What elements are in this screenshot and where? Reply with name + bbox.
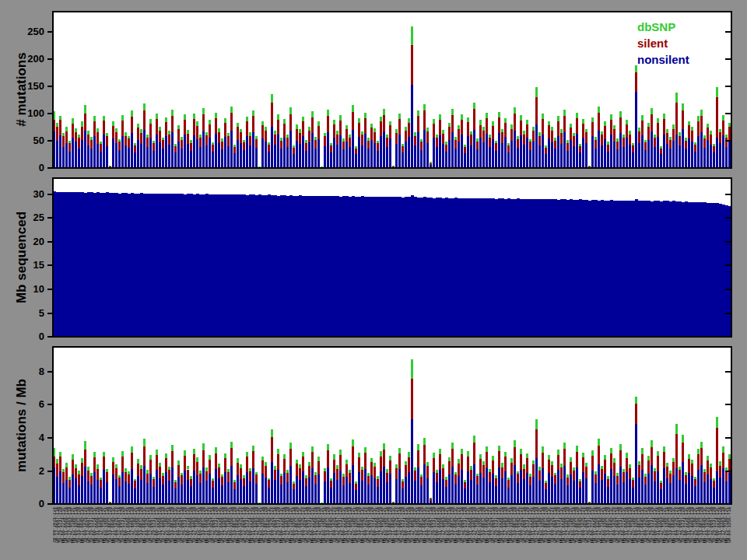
svg-text:100: 100: [27, 107, 44, 119]
mutations-per-mb-stacked-bar-panel: 02468: [53, 347, 731, 504]
y-axis-label-mb-sequenced: Mb sequenced: [13, 164, 30, 351]
svg-text:4: 4: [39, 432, 45, 443]
svg-text:6: 6: [39, 398, 44, 410]
svg-text:25: 25: [33, 212, 44, 223]
y-axis-label-mutations-per-mb: mutations / Mb: [13, 332, 30, 519]
sample-id-labels-strip: TB-04-1425-T2XGM-12-0047-T1ATB-29-5731-T…: [53, 507, 731, 557]
svg-text:2: 2: [39, 465, 44, 477]
svg-text:5: 5: [39, 307, 44, 319]
mutations-stacked-bar-panel: 050100150200250: [53, 12, 731, 168]
svg-text:250: 250: [27, 26, 44, 37]
svg-text:10: 10: [33, 283, 44, 295]
legend: dbSNP silent nonsilent: [637, 19, 689, 68]
svg-text:8: 8: [39, 366, 44, 377]
legend-item-nonsilent: nonsilent: [637, 51, 689, 68]
svg-text:15: 15: [33, 259, 44, 271]
mb-sequenced-bar-panel: 051015202530: [53, 178, 731, 337]
svg-text:0: 0: [39, 162, 44, 173]
svg-text:0: 0: [39, 498, 44, 509]
figure-canvas: # mutations Mb sequenced mutations / Mb …: [0, 0, 747, 560]
svg-text:200: 200: [27, 53, 44, 65]
svg-text:0: 0: [39, 331, 44, 342]
legend-item-silent: silent: [637, 35, 689, 51]
legend-item-dbsnp: dbSNP: [637, 19, 689, 35]
svg-text:30: 30: [33, 188, 44, 200]
svg-text:150: 150: [27, 80, 44, 92]
svg-text:50: 50: [33, 135, 44, 146]
svg-text:20: 20: [33, 236, 44, 247]
sample-id-label: GM-09-3356-T1A: [728, 507, 731, 543]
